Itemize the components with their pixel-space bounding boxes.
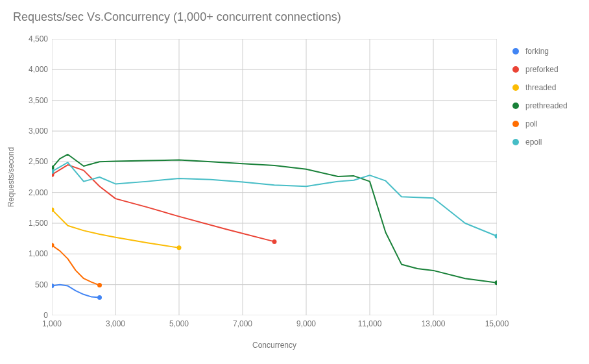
y-tick-label: 2,000 <box>22 188 52 197</box>
x-tick-label: 15,000 <box>485 315 509 328</box>
legend-item-preforked[interactable]: preforked <box>512 60 568 79</box>
legend: forkingpreforkedthreadedprethreadedpolle… <box>512 42 568 151</box>
series-point <box>177 245 182 250</box>
series-forking <box>52 285 100 298</box>
y-tick-label: 4,500 <box>22 34 52 43</box>
y-tick-label: 3,000 <box>22 127 52 136</box>
legend-marker-icon <box>512 66 519 73</box>
legend-marker-icon <box>512 139 519 145</box>
x-tick-label: 3,000 <box>106 315 125 328</box>
series-point <box>97 283 102 287</box>
series-point <box>97 295 102 300</box>
legend-marker-icon <box>512 121 519 127</box>
chart-svg <box>52 39 497 315</box>
legend-label: threaded <box>525 83 556 92</box>
legend-item-forking[interactable]: forking <box>512 42 568 60</box>
legend-label: epoll <box>525 138 542 147</box>
series-preforked <box>52 165 274 241</box>
x-tick-label: 11,000 <box>358 315 382 328</box>
series-prethreaded <box>52 154 497 283</box>
legend-item-prethreaded[interactable]: prethreaded <box>512 97 568 115</box>
y-tick-label: 3,500 <box>22 96 52 105</box>
series-point <box>52 284 54 288</box>
series-point <box>495 234 498 238</box>
x-tick-label: 9,000 <box>296 315 316 328</box>
x-axis-label: Concurrency <box>52 341 497 350</box>
series-poll <box>52 245 100 285</box>
plot-area: 05001,0001,5002,0002,5003,0003,5004,0004… <box>52 39 497 315</box>
chart-title: Requests/sec Vs.Concurrency (1,000+ conc… <box>13 10 341 24</box>
legend-item-epoll[interactable]: epoll <box>512 133 568 151</box>
legend-item-threaded[interactable]: threaded <box>512 79 568 97</box>
legend-label: poll <box>525 119 538 128</box>
y-tick-label: 1,000 <box>22 249 52 258</box>
legend-label: preforked <box>525 65 559 74</box>
legend-marker-icon <box>512 103 519 109</box>
y-tick-label: 4,000 <box>22 65 52 74</box>
y-axis-label: Requests/second <box>6 39 16 315</box>
chart-container: Requests/sec Vs.Concurrency (1,000+ conc… <box>0 0 589 364</box>
x-tick-label: 13,000 <box>422 315 446 328</box>
y-tick-label: 500 <box>22 280 52 289</box>
x-tick-label: 5,000 <box>169 315 189 328</box>
y-tick-label: 2,500 <box>22 157 52 166</box>
legend-label: prethreaded <box>525 101 568 110</box>
series-point <box>272 239 277 244</box>
y-tick-label: 1,500 <box>22 219 52 228</box>
legend-label: forking <box>525 47 549 56</box>
legend-item-poll[interactable]: poll <box>512 115 568 133</box>
x-tick-label: 7,000 <box>233 315 252 328</box>
legend-marker-icon <box>512 48 519 55</box>
legend-marker-icon <box>512 84 519 91</box>
x-tick-label: 1,000 <box>42 315 62 328</box>
